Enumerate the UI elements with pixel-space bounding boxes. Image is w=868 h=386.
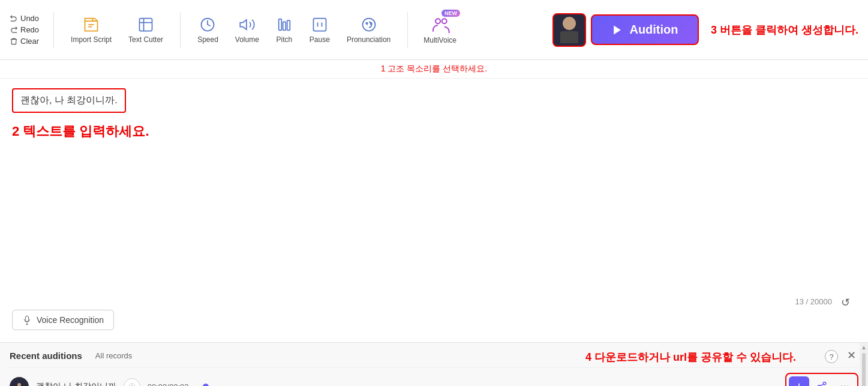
- pitch-button[interactable]: Pitch: [269, 11, 300, 49]
- scrollbar[interactable]: ▲ ▼: [860, 343, 868, 386]
- toolbar: Undo Redo Clear Import Script: [0, 0, 868, 60]
- download-button[interactable]: [789, 376, 809, 386]
- close-button[interactable]: ✕: [847, 349, 856, 362]
- svg-rect-0: [140, 18, 152, 31]
- undo-button[interactable]: Undo: [10, 14, 39, 23]
- svg-point-10: [435, 19, 440, 23]
- audio-avatar: [10, 377, 29, 386]
- main-editor-area: 1 고조 목소리를 선택하세요. 괜찮아, 나 최강이니까. 2 텍스트를 입력…: [0, 60, 868, 342]
- all-records-button[interactable]: All records: [92, 350, 136, 361]
- avatar-head: [563, 17, 576, 30]
- import-group: Import Script Text Cutter: [64, 11, 170, 49]
- new-badge: NEW: [441, 10, 460, 17]
- voice-recognition-button[interactable]: Voice Recognition: [12, 310, 114, 330]
- clear-button[interactable]: Clear: [10, 37, 39, 46]
- svg-rect-4: [283, 22, 286, 30]
- help-button[interactable]: ?: [825, 350, 838, 363]
- import-script-button[interactable]: Import Script: [64, 11, 119, 49]
- pronunciation-button[interactable]: Pronunciation: [340, 11, 398, 49]
- divider-1: [53, 12, 54, 48]
- toolbar-history: Undo Redo Clear: [10, 14, 39, 46]
- refresh-icon[interactable]: ↺: [841, 296, 850, 309]
- divider-3: [407, 12, 408, 48]
- divider-2: [180, 12, 181, 48]
- redo-button[interactable]: Redo: [10, 25, 39, 34]
- audio-row: 괜찮아 나 최강이니까 00:00/00:03: [10, 367, 858, 386]
- svg-point-11: [441, 19, 446, 23]
- recent-auditions-title: Recent auditions: [10, 351, 82, 361]
- avatar-figure: [557, 14, 581, 46]
- svg-rect-6: [313, 18, 326, 31]
- svg-point-18: [823, 382, 826, 385]
- svg-point-8: [366, 22, 367, 23]
- step4-hint: 4 다운로드하거나 url를 공유할 수 있습니다.: [585, 350, 796, 364]
- avatar-body: [560, 31, 578, 43]
- svg-point-16: [129, 384, 135, 386]
- step3-hint: 3 버튼을 클릭하여 생성합니다.: [711, 23, 858, 37]
- svg-rect-3: [279, 19, 282, 30]
- audio-name: 괜찮아 나 최강이니까: [36, 381, 116, 386]
- action-group: [785, 373, 858, 386]
- pause-button[interactable]: Pause: [302, 11, 337, 49]
- step2-hint: 2 텍스트를 입력하세요.: [12, 122, 856, 140]
- bottom-panel: Recent auditions All records 4 다운로드하거나 u…: [0, 342, 868, 386]
- audio-controls-group: Speed Volume Pitch Pause: [190, 11, 398, 49]
- svg-point-15: [17, 383, 21, 386]
- multivoice-button[interactable]: NEW MultiVoice: [418, 12, 462, 48]
- svg-rect-5: [287, 20, 290, 30]
- volume-button[interactable]: Volume: [228, 11, 266, 49]
- text-cutter-button[interactable]: Text Cutter: [121, 11, 170, 49]
- scrollbar-thumb[interactable]: [862, 353, 866, 386]
- text-input-box[interactable]: 괜찮아, 나 최강이니까.: [12, 88, 126, 113]
- svg-marker-2: [240, 19, 247, 29]
- step1-hint: 1 고조 목소리를 선택하세요.: [0, 60, 868, 79]
- audition-button[interactable]: Audition: [591, 14, 699, 45]
- svg-marker-12: [614, 25, 621, 34]
- svg-point-9: [370, 22, 371, 23]
- play-button[interactable]: [124, 378, 140, 386]
- more-button[interactable]: [834, 376, 855, 386]
- share-button[interactable]: [812, 376, 832, 386]
- scrollbar-up[interactable]: ▲: [860, 343, 868, 352]
- editor-area: 괜찮아, 나 최강이니까. 2 텍스트를 입력하세요.: [0, 79, 868, 343]
- voice-avatar[interactable]: [552, 13, 586, 47]
- svg-point-7: [362, 18, 375, 31]
- progress-dot[interactable]: [203, 384, 209, 386]
- speed-button[interactable]: Speed: [190, 11, 226, 49]
- char-count: 13 / 20000: [795, 297, 832, 306]
- audio-time: 00:00/00:03: [148, 382, 196, 387]
